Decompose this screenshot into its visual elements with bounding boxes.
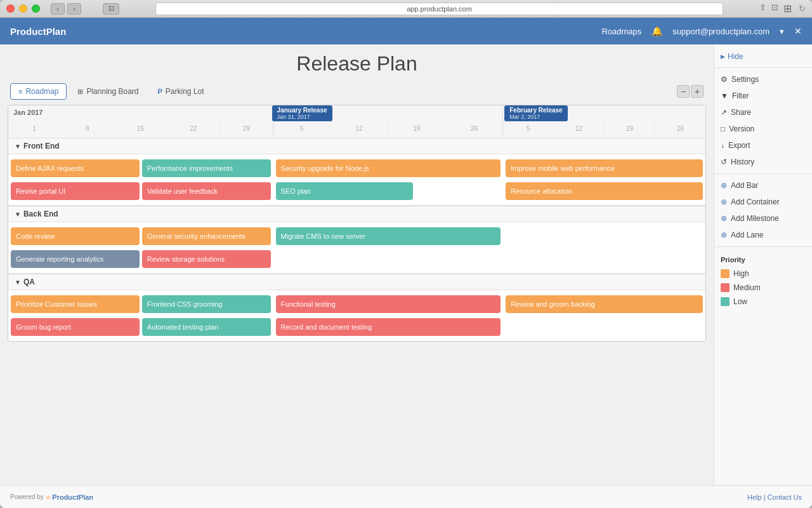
add-milestone-icon: ⊕ — [721, 214, 727, 223]
card-record-doc[interactable]: Record and document testing — [276, 318, 501, 336]
powered-by-text: Powered by — [10, 493, 44, 500]
app-header: ProductPlan Roadmaps 🔔 support@productpl… — [0, 18, 812, 44]
card-gen-reporting[interactable]: Generate reporting analytics — [11, 250, 140, 268]
frontend-r2-mar: Resource allocation — [503, 182, 705, 200]
milestone-jan-date: Jan 31, 2017 — [277, 114, 327, 120]
frontend-r2-jan: Revise portal UI Validate user feedback — [8, 182, 273, 200]
card-seo-plan[interactable]: SEO plan — [276, 182, 414, 200]
day-26-feb: 26 — [446, 119, 503, 138]
sidebar-add-container[interactable]: ⊕ Add Container — [714, 194, 812, 210]
back-button[interactable]: ‹ — [51, 3, 65, 15]
sidebar-toggle[interactable]: ⊡ — [103, 3, 119, 15]
backend-r1-feb: Migrate CMS to new server — [273, 227, 504, 245]
minimize-button[interactable] — [19, 4, 27, 13]
forward-button[interactable]: › — [67, 3, 81, 15]
version-label: Version — [729, 124, 754, 133]
card-prioritize-customers[interactable]: Prioritize Customer Issues — [11, 295, 140, 313]
tab-parking-lot[interactable]: P Parking Lot — [150, 83, 213, 100]
header-close-icon[interactable]: ✕ — [794, 26, 802, 36]
roadmaps-link[interactable]: Roadmaps — [601, 27, 641, 36]
card-improve-mobile[interactable]: Improve mobile web performance — [506, 159, 703, 177]
swimlane-backend-title: Back End — [23, 210, 58, 218]
frontend-r1-mar: Improve mobile web performance — [503, 159, 705, 177]
divider-3 — [714, 246, 812, 247]
card-general-security[interactable]: General security enhancements — [142, 227, 271, 245]
close-button[interactable] — [6, 4, 15, 13]
card-define-ajax[interactable]: Define AJAX requests — [11, 159, 140, 177]
priority-medium-swatch — [721, 283, 730, 292]
card-code-review[interactable]: Code review — [11, 227, 140, 245]
add-container-label: Add Container — [731, 197, 780, 206]
priority-high-swatch — [721, 269, 730, 278]
priority-medium: Medium — [714, 281, 812, 294]
sidebar-history[interactable]: ↺ History — [714, 154, 812, 170]
reload-icon[interactable]: ↻ — [799, 4, 806, 13]
sidebar-hide-button[interactable]: ▶ Hide — [714, 50, 812, 64]
maximize-button[interactable] — [32, 4, 40, 13]
add-container-icon: ⊕ — [721, 197, 727, 206]
sidebar-share[interactable]: ↗ Share — [714, 105, 812, 120]
priority-high-label: High — [733, 269, 749, 278]
card-security-upgrade[interactable]: Security upgrade for Node.js — [276, 159, 501, 177]
tab-bar: ≡ Roadmap ⊞ Planning Board P Parking Lot… — [0, 83, 714, 100]
add-bar-icon: ⊕ — [721, 181, 727, 190]
backend-r2-mar — [503, 250, 705, 268]
qa-r1-feb: Functional testing — [273, 295, 504, 313]
card-review-backlog[interactable]: Review and groom backlog — [506, 295, 703, 313]
card-perf-improvements[interactable]: Performance improvements — [142, 159, 271, 177]
tab-planning-board[interactable]: ⊞ Planning Board — [69, 83, 147, 100]
divider-1 — [714, 67, 812, 68]
card-review-storage[interactable]: Review storage solutions — [142, 250, 271, 268]
user-dropdown-icon[interactable]: ▾ — [780, 27, 784, 36]
priority-title: Priority — [714, 251, 812, 266]
roadmap-tab-icon: ≡ — [18, 88, 22, 95]
day-8: 8 — [62, 119, 115, 138]
zoom-out-button[interactable]: − — [677, 85, 690, 98]
url-bar[interactable]: app.productplan.com — [155, 3, 723, 15]
sidebar-version[interactable]: □ Version — [714, 121, 812, 137]
day-5-mar: 5 — [503, 119, 554, 138]
card-resource-alloc[interactable]: Resource allocation — [506, 182, 703, 200]
sidebar-add-milestone[interactable]: ⊕ Add Milestone — [714, 211, 812, 226]
sidebar-export[interactable]: ↓ Export — [714, 138, 812, 153]
tabs-icon[interactable]: ⊡ — [771, 3, 778, 15]
url-text: app.productplan.com — [407, 5, 472, 13]
sidebar-settings[interactable]: ⚙ Settings — [714, 72, 812, 87]
card-revise-portal[interactable]: Revise portal UI — [11, 182, 140, 200]
swimlane-backend: ▼ Back End Code review General security … — [8, 206, 705, 274]
priority-low-label: Low — [733, 297, 747, 306]
sidebar-add-lane[interactable]: ⊕ Add Lane — [714, 227, 812, 243]
swimlane-qa-header: ▼ QA — [8, 274, 705, 290]
bell-icon[interactable]: 🔔 — [652, 26, 662, 36]
add-bar-label: Add Bar — [731, 181, 758, 190]
add-lane-icon: ⊕ — [721, 231, 727, 239]
day-26-mar: 26 — [655, 119, 705, 138]
share-icon[interactable]: ⇧ — [759, 3, 766, 15]
card-frontend-css[interactable]: Frontend CSS grooming — [142, 295, 271, 313]
tab-roadmap[interactable]: ≡ Roadmap — [10, 83, 67, 100]
swimlane-backend-header: ▼ Back End — [8, 206, 705, 222]
card-auto-testing[interactable]: Automated testing plan — [142, 318, 271, 336]
history-icon: ↺ — [721, 157, 727, 166]
hide-label: Hide — [728, 52, 743, 61]
filter-icon: ▼ — [721, 91, 728, 100]
page-title: Release Plan — [0, 52, 714, 76]
frontend-r1-feb: Security upgrade for Node.js — [273, 159, 504, 177]
card-groom-bug[interactable]: Groom bug report — [11, 318, 140, 336]
user-email[interactable]: support@productplan.com — [672, 27, 769, 36]
card-validate-feedback[interactable]: Validate user feedback — [142, 182, 271, 200]
contact-link[interactable]: Contact Us — [768, 493, 802, 501]
zoom-in-button[interactable]: + — [691, 85, 704, 98]
sidebar-add-bar[interactable]: ⊕ Add Bar — [714, 178, 812, 193]
card-functional-testing[interactable]: Functional testing — [276, 295, 501, 313]
help-link[interactable]: Help — [747, 493, 762, 501]
app: ProductPlan Roadmaps 🔔 support@productpl… — [0, 18, 812, 508]
newtab-icon[interactable]: ⊞ — [783, 3, 792, 15]
priority-low-swatch — [721, 297, 730, 306]
priority-low: Low — [714, 295, 812, 308]
backend-r1-jan: Code review General security enhancement… — [8, 227, 273, 245]
card-migrate-cms[interactable]: Migrate CMS to new server — [276, 227, 501, 245]
planning-board-icon: ⊞ — [77, 88, 83, 96]
filter-label: Filter — [732, 91, 749, 100]
sidebar-filter[interactable]: ▼ Filter — [714, 88, 812, 104]
